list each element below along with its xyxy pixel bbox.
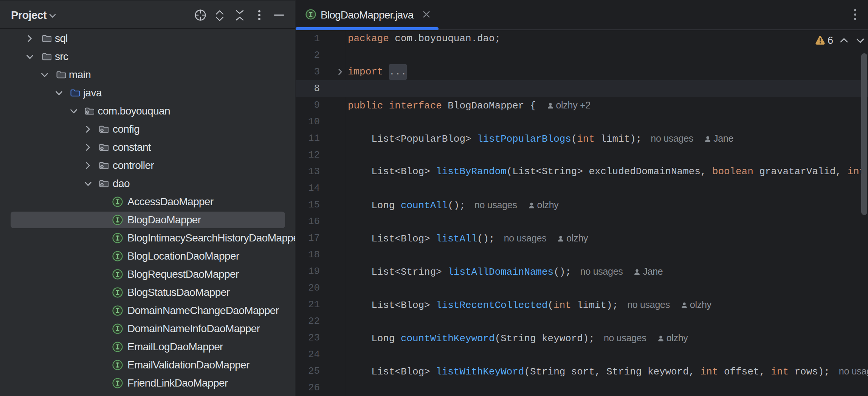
svg-text:6: 6 [828,35,833,46]
